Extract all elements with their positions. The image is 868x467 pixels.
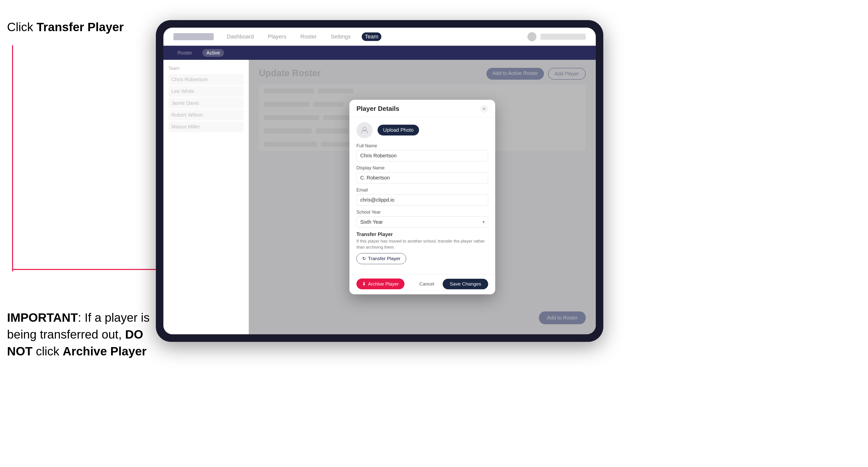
full-name-group: Full Name [356, 143, 488, 161]
modal-overlay: Player Details × [249, 60, 596, 334]
archive-icon: ⬇ [362, 281, 366, 287]
transfer-player-button[interactable]: ↻ Transfer Player [356, 253, 406, 264]
important-label: IMPORTANT [7, 311, 78, 324]
archive-btn-label: Archive Player [368, 281, 399, 287]
instruction-bold: Transfer Player [36, 20, 124, 34]
nav-roster[interactable]: Roster [298, 32, 320, 41]
sub-header-active[interactable]: Active [203, 49, 224, 57]
upload-photo-button[interactable]: Upload Photo [378, 125, 419, 135]
modal-body: Upload Photo Full Name Display Name [349, 117, 495, 275]
transfer-section-title: Transfer Player [356, 231, 488, 237]
nav-team[interactable]: Team [362, 32, 381, 41]
sidebar-item-4[interactable]: Mason Miller [168, 121, 244, 132]
school-year-group: School Year First Year Second Year Third… [356, 210, 488, 227]
nav-settings[interactable]: Settings [328, 32, 354, 41]
top-instruction: Click Transfer Player [7, 20, 124, 34]
sidebar: Team Chris Robertson Lee White Jamie Dav… [163, 60, 249, 334]
avatar [356, 122, 373, 138]
right-panel: Update Roster [249, 60, 596, 334]
bottom-text2: click [32, 345, 63, 358]
nav-items: Dashboard Players Roster Settings Team [224, 32, 517, 41]
email-label: Email [356, 187, 488, 193]
header-avatar [527, 32, 536, 41]
nav-players[interactable]: Players [265, 32, 289, 41]
school-year-label: School Year [356, 210, 488, 215]
display-name-group: Display Name [356, 165, 488, 184]
main-content: Team Chris Robertson Lee White Jamie Dav… [163, 60, 596, 334]
modal-header: Player Details × [349, 100, 495, 117]
annotation-vertical-line [12, 45, 13, 272]
transfer-section-desc: If this player has moved to another scho… [356, 238, 488, 250]
cancel-button[interactable]: Cancel [414, 279, 440, 289]
header-right [527, 32, 586, 41]
nav-dashboard[interactable]: Dashboard [224, 32, 257, 41]
school-year-select[interactable]: First Year Second Year Third Year Fourth… [356, 216, 488, 227]
sidebar-item-2[interactable]: Jamie Davis [168, 98, 244, 108]
app-header: Dashboard Players Roster Settings Team [163, 28, 596, 46]
sub-header-roster[interactable]: Roster [174, 49, 196, 57]
modal-title: Player Details [356, 105, 399, 113]
transfer-btn-label: Transfer Player [368, 256, 400, 261]
display-name-label: Display Name [356, 165, 488, 171]
player-details-modal: Player Details × [349, 100, 495, 294]
transfer-icon: ↻ [362, 256, 366, 261]
full-name-input[interactable] [356, 150, 488, 161]
tablet-screen: Dashboard Players Roster Settings Team R… [163, 28, 596, 334]
sidebar-item-3[interactable]: Robert Wilson [168, 110, 244, 120]
tablet-device: Dashboard Players Roster Settings Team R… [156, 20, 603, 342]
instruction-prefix: Click [7, 20, 36, 34]
avatar-section: Upload Photo [356, 122, 488, 138]
email-input[interactable] [356, 194, 488, 206]
sub-header: Roster Active [163, 46, 596, 60]
full-name-label: Full Name [356, 143, 488, 149]
archive-player-label: Archive Player [63, 345, 147, 358]
modal-footer: ⬇ Archive Player Cancel Save Changes [349, 274, 495, 294]
archive-player-button[interactable]: ⬇ Archive Player [356, 279, 404, 289]
header-username [540, 34, 586, 40]
display-name-input[interactable] [356, 172, 488, 184]
annotation-horizontal-line [12, 269, 173, 270]
sidebar-item-0[interactable]: Chris Robertson [168, 74, 244, 85]
modal-close-button[interactable]: × [480, 105, 488, 113]
sidebar-section-title: Team [168, 66, 244, 71]
bottom-instruction: IMPORTANT: If a player is being transfer… [7, 309, 153, 360]
transfer-player-section: Transfer Player If this player has moved… [356, 231, 488, 264]
school-year-select-wrapper: First Year Second Year Third Year Fourth… [356, 216, 488, 227]
save-changes-button[interactable]: Save Changes [443, 279, 488, 289]
sidebar-item-1[interactable]: Lee White [168, 86, 244, 97]
app-logo [174, 33, 214, 40]
email-group: Email [356, 187, 488, 206]
